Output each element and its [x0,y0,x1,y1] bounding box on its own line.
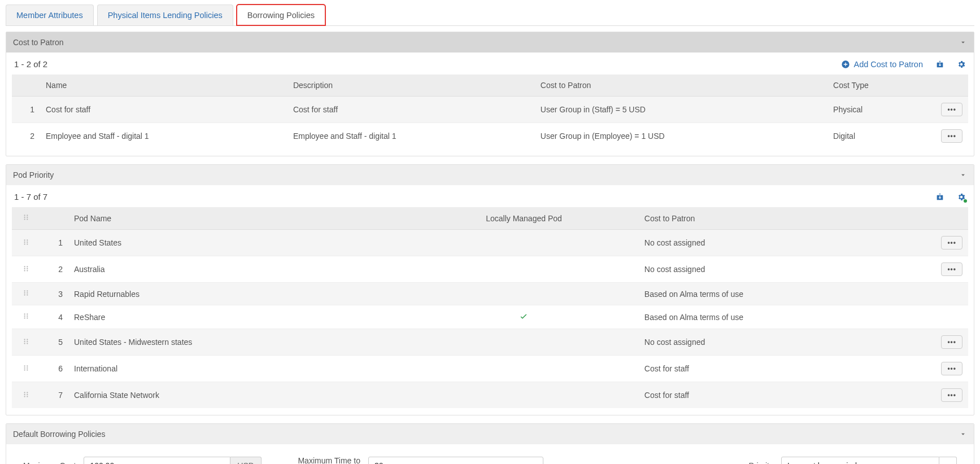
svg-point-32 [24,340,25,342]
drag-handle-icon[interactable] [22,313,30,322]
svg-point-24 [24,313,25,314]
row-cost: Cost for staff [639,356,929,382]
tab-member-attributes[interactable]: Member Attributes [6,5,94,25]
row-cost: No cost assigned [639,329,929,356]
caret-down-icon[interactable] [939,457,957,464]
priority-display[interactable] [781,457,939,464]
svg-point-21 [27,292,28,294]
tab-label: Borrowing Policies [247,11,315,20]
row-cost: Based on Alma terms of use [639,283,929,305]
svg-point-44 [24,393,25,395]
svg-point-28 [24,317,25,318]
row-actions-button[interactable]: ••• [941,262,962,276]
col-name: Name [40,75,288,97]
chevron-down-icon [959,430,967,438]
row-locally-managed [409,329,639,356]
col-cost: Cost to Patron [535,75,827,97]
tab-label: Member Attributes [16,11,83,20]
drag-handle-icon[interactable] [22,365,30,374]
drag-handle-icon[interactable] [22,391,30,400]
col-index [40,207,68,230]
drag-handle-icon[interactable] [22,290,30,299]
row-index: 1 [40,230,68,256]
tab-borrowing-policies[interactable]: Borrowing Policies [237,5,325,25]
svg-point-4 [24,218,25,220]
max-cost-input[interactable] [84,457,230,464]
gear-icon[interactable] [957,60,966,69]
row-actions-button[interactable]: ••• [941,388,962,402]
panel-header-cost-to-patron[interactable]: Cost to Patron [6,32,974,52]
row-cost: User Group in (Employee) = 1 USD [535,123,827,150]
row-locally-managed [409,382,639,409]
max-time-label: Maximum Time to Delivery [284,456,360,464]
row-index: 5 [40,329,68,356]
export-icon[interactable] [935,60,944,69]
row-index: 3 [40,283,68,305]
export-icon[interactable] [935,192,944,202]
svg-point-11 [27,243,28,244]
row-index: 4 [40,305,68,329]
col-locally-managed: Locally Managed Pod [409,207,639,230]
col-actions [929,75,968,97]
svg-point-31 [27,339,28,340]
check-icon [519,313,528,322]
drag-handle-icon[interactable] [22,338,30,347]
col-description: Description [288,75,535,97]
svg-point-34 [24,343,25,344]
row-actions-button[interactable]: ••• [941,129,962,143]
tab-lending-policies[interactable]: Physical Items Lending Policies [97,5,233,25]
record-count: 1 - 2 of 2 [14,59,47,69]
form-group-priority: Priority [748,457,957,464]
svg-point-9 [27,241,28,242]
tab-label: Physical Items Lending Policies [108,11,223,20]
svg-point-46 [24,396,25,397]
currency-addon: USD [230,457,262,464]
svg-point-15 [27,268,28,269]
svg-point-14 [24,268,25,269]
priority-select[interactable] [781,457,957,464]
row-pod-name: California State Network [68,382,409,409]
col-cost-type: Cost Type [827,75,929,97]
row-locally-managed [409,356,639,382]
add-cost-to-patron-button[interactable]: Add Cost to Patron [841,60,923,69]
row-actions-button[interactable]: ••• [941,103,962,116]
svg-point-25 [27,313,28,314]
pod-priority-table: Pod Name Locally Managed Pod Cost to Pat… [12,207,968,408]
row-locally-managed [409,256,639,283]
row-cost: Cost for staff [639,382,929,409]
table-row: 3Rapid ReturnablesBased on Alma terms of… [12,283,968,305]
svg-point-33 [27,340,28,342]
row-locally-managed [409,305,639,329]
table-row: 7California State NetworkCost for staff•… [12,382,968,409]
max-time-input[interactable] [368,457,543,464]
svg-point-37 [27,365,28,366]
row-index: 7 [40,382,68,409]
table-row: 2 Employee and Staff - digital 1 Employe… [12,123,968,150]
row-index: 2 [40,256,68,283]
form-group-max-time: Maximum Time to Delivery [284,456,543,464]
panel-title: Cost to Patron [13,38,64,47]
svg-point-3 [27,217,28,218]
svg-point-38 [24,367,25,368]
row-actions-button[interactable]: ••• [941,362,962,375]
row-actions-button[interactable]: ••• [941,335,962,349]
svg-point-41 [27,369,28,370]
row-cost: User Group in (Staff) = 5 USD [535,97,827,123]
drag-handle-icon[interactable] [22,265,30,274]
panel-title: Default Borrowing Policies [13,430,105,439]
svg-point-12 [24,266,25,267]
panel-header-default-policies[interactable]: Default Borrowing Policies [6,424,974,444]
row-description: Employee and Staff - digital 1 [288,123,535,150]
gear-icon[interactable] [957,192,966,202]
chevron-down-icon [959,38,967,46]
panel-header-pod-priority[interactable]: Pod Priority [6,165,974,185]
table-row: 5United States - Midwestern statesNo cos… [12,329,968,356]
svg-point-22 [24,294,25,295]
drag-handle-icon[interactable] [22,239,30,248]
col-cost: Cost to Patron [639,207,929,230]
row-actions-button[interactable]: ••• [941,236,962,249]
form-group-max-cost: Maximum Cost USD [23,457,262,464]
row-cost: No cost assigned [639,230,929,256]
panel-default-policies: Default Borrowing Policies Maximum Cost … [6,423,974,464]
svg-point-19 [27,290,28,291]
